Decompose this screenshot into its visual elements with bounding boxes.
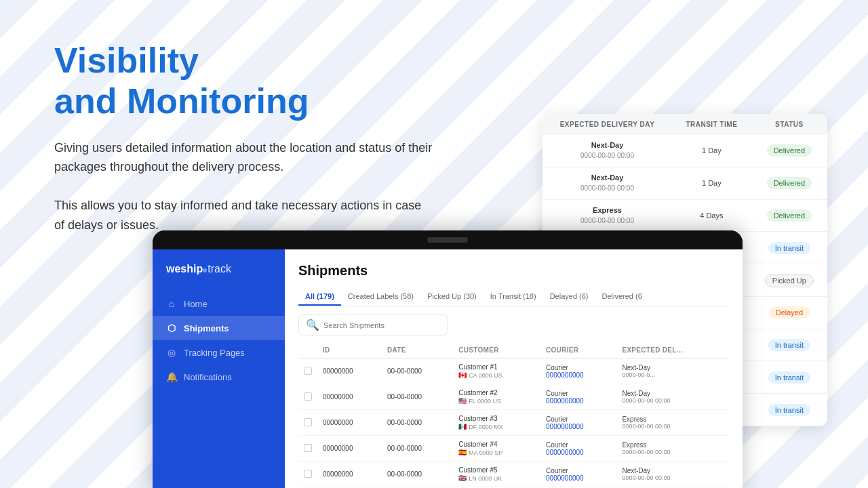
right-table-row: Next-Day 0000-00-00 00:00 1 Day Delivere… (542, 167, 827, 199)
status-cell: In transit (751, 329, 827, 361)
row-checkbox[interactable] (298, 462, 317, 487)
status-badge: Delivered (767, 177, 812, 189)
row-customer: Customer #1 🇨🇦CA 0000 US (453, 359, 540, 384)
title-line2: and Monitoring (54, 81, 309, 121)
description-1: Giving users detailed information about … (54, 138, 434, 178)
tracking-icon: ◎ (166, 347, 177, 358)
delivery-info-cell: Next-Day 0000-00-00 00:00 (542, 135, 672, 167)
main-title: Visibility and Monitoring (54, 41, 448, 122)
page-content: Visibility and Monitoring Giving users d… (0, 0, 868, 488)
sidebar-item-home[interactable]: ⌂ Home (153, 291, 285, 316)
status-cell: Delivered (751, 199, 827, 232)
mockup-camera (427, 237, 468, 243)
status-badge: Delayed (769, 306, 810, 319)
tab-delayed[interactable]: Delayed (6) (543, 288, 595, 306)
status-cell: In transit (751, 361, 827, 394)
th-date: DATE (382, 342, 453, 359)
row-id: 00000000 (317, 384, 382, 410)
row-expected: Next-Day 0000-00-00 00:00 (616, 462, 729, 487)
transit-cell: 1 Day (672, 135, 751, 167)
row-expected: Express 0000-00-00 00:00 (616, 410, 729, 436)
row-courier: Courier 0000000000 (540, 462, 616, 487)
sidebar-item-notifications[interactable]: 🔔 Notifications (153, 365, 285, 389)
logo-text: weshiptrack (166, 263, 231, 275)
row-expected: Next-Day 0000-00-00 00:00 (616, 384, 729, 410)
row-courier: Courier 0000000000 (540, 359, 616, 384)
mockup-body: weshiptrack ⌂ Home ⬡ Shipments ◎ Trackin… (153, 249, 743, 488)
table-row: 00000000 00-00-0000 Customer #3 🇲🇽DF 000… (298, 410, 729, 436)
row-checkbox[interactable] (298, 436, 317, 462)
row-date: 00-00-0000 (382, 436, 453, 462)
row-expected: Express 0000-00-00 00:00 (616, 436, 729, 462)
description-2: This allows you to stay informed and tak… (54, 196, 434, 235)
th-id: ID (317, 342, 382, 359)
table-row: 00000000 00-00-0000 Customer #4 🇪🇸MA 000… (298, 436, 729, 462)
row-customer: Customer #3 🇲🇽DF 0000 MX (453, 410, 540, 436)
row-id: 00000000 (317, 359, 382, 384)
status-badge: Delivered (767, 209, 812, 222)
col-status: STATUS (751, 114, 827, 135)
app-sidebar: weshiptrack ⌂ Home ⬡ Shipments ◎ Trackin… (153, 249, 285, 488)
status-cell: Picked Up (751, 264, 827, 297)
th-checkbox (298, 342, 317, 359)
table-row: 00000000 00-00-0000 Customer #5 🇬🇧LN 000… (298, 462, 729, 487)
right-table-row: Next-Day 0000-00-00 00:00 1 Day Delivere… (542, 135, 827, 167)
row-checkbox[interactable] (298, 359, 317, 384)
search-icon: 🔍 (306, 319, 319, 331)
row-id: 00000000 (317, 436, 382, 462)
row-courier: Courier 0000000000 (540, 436, 616, 462)
table-row: 00000000 00-00-0000 Customer #1 🇨🇦CA 000… (298, 359, 729, 384)
row-checkbox[interactable] (298, 410, 317, 436)
col-expected-delivery: EXPECTED DELIVERY DAY (542, 114, 672, 135)
shipments-table: ID DATE CUSTOMER COURIER EXPECTED DEL...… (298, 342, 729, 488)
status-badge: In transit (768, 371, 810, 384)
status-cell: In transit (751, 232, 827, 264)
th-courier: COURIER (540, 342, 616, 359)
delivery-info-cell: Express 0000-00-00 00:00 (542, 199, 672, 232)
sidebar-item-tracking[interactable]: ◎ Tracking Pages (153, 340, 285, 365)
mockup-topbar (153, 230, 743, 249)
tab-delivered[interactable]: Delivered (6 (595, 288, 649, 306)
col-transit-time: TRANSIT TIME (672, 114, 751, 135)
sidebar-notifications-label: Notifications (184, 372, 232, 382)
status-cell: Delayed (751, 296, 827, 329)
row-date: 00-00-0000 (382, 384, 453, 410)
left-section: Visibility and Monitoring Giving users d… (54, 41, 448, 254)
app-tabs: All (179) Created Labels (58) Picked Up … (298, 288, 729, 306)
tab-in-transit[interactable]: In Transit (18) (484, 288, 543, 306)
status-cell: In transit (751, 394, 827, 426)
sidebar-tracking-label: Tracking Pages (184, 348, 245, 358)
status-badge: In transit (768, 242, 810, 254)
app-page-title: Shipments (298, 263, 729, 279)
sidebar-shipments-label: Shipments (184, 323, 229, 333)
row-customer: Customer #2 🇺🇸FL 0000 US (453, 384, 540, 410)
tab-created[interactable]: Created Labels (58) (341, 288, 420, 306)
transit-cell: 4 Days (672, 199, 751, 232)
search-bar: 🔍 (298, 314, 448, 336)
delivery-info-cell: Next-Day 0000-00-00 00:00 (542, 167, 672, 199)
row-courier: Courier 0000000000 (540, 384, 616, 410)
row-customer: Customer #4 🇪🇸MA 0000 SP (453, 436, 540, 462)
status-cell: Delivered (751, 135, 827, 167)
app-logo: weshiptrack (153, 263, 285, 291)
row-checkbox[interactable] (298, 384, 317, 410)
tab-picked-up[interactable]: Picked Up (30) (420, 288, 484, 306)
search-input[interactable] (323, 321, 440, 329)
status-cell: Delivered (751, 167, 827, 199)
th-customer: CUSTOMER (453, 342, 540, 359)
status-badge: Delivered (767, 144, 812, 157)
right-table-row: Express 0000-00-00 00:00 4 Days Delivere… (542, 199, 827, 232)
tab-all[interactable]: All (179) (298, 288, 341, 306)
row-id: 00000000 (317, 410, 382, 436)
table-row: 00000000 00-00-0000 Customer #2 🇺🇸FL 000… (298, 384, 729, 410)
th-expected: EXPECTED DEL... (616, 342, 729, 359)
home-icon: ⌂ (166, 298, 177, 309)
sidebar-home-label: Home (184, 299, 208, 309)
row-date: 00-00-0000 (382, 410, 453, 436)
row-date: 00-00-0000 (382, 359, 453, 384)
app-main-content: Shipments All (179) Created Labels (58) … (285, 249, 743, 488)
row-courier: Courier 0000000000 (540, 410, 616, 436)
sidebar-item-shipments[interactable]: ⬡ Shipments (153, 316, 285, 340)
shipments-icon: ⬡ (166, 323, 177, 333)
status-badge: In transit (768, 339, 810, 351)
